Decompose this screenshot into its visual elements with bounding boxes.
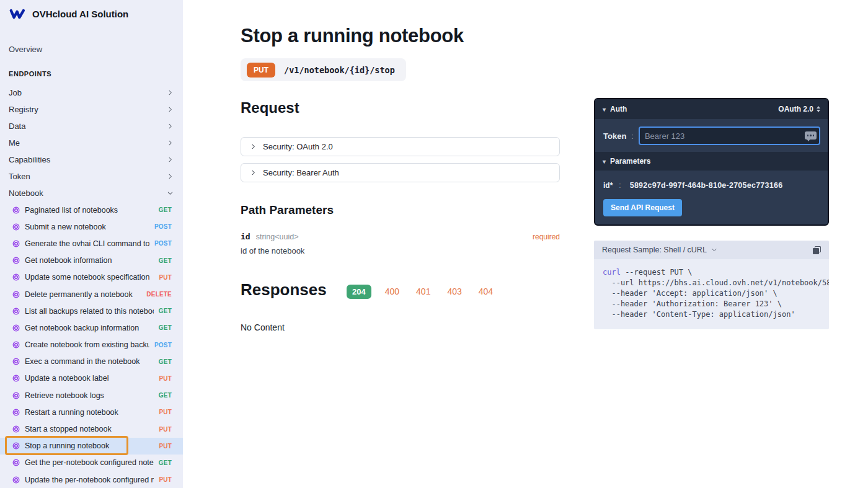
sidebar-endpoint-item[interactable]: Delete permanently a notebookDELETE (0, 286, 183, 303)
sidebar-endpoint-item[interactable]: Get notebook backup informationGET (0, 319, 183, 336)
endpoint-method-badge: GET (159, 257, 172, 264)
endpoint-method-badge: PUT (159, 375, 172, 382)
response-body-text: No Content (241, 322, 285, 332)
param-id-name: id* (603, 181, 613, 190)
sidebar-endpoint-item[interactable]: Get notebook informationGET (0, 252, 183, 269)
param-name: id (241, 232, 250, 241)
auth-scheme-select[interactable]: OAuth 2.0 (778, 105, 820, 113)
sidebar-endpoint-item[interactable]: List all backups related to this noteboo… (0, 303, 183, 319)
sidebar-endpoint-item[interactable]: Submit a new notebookPOST (0, 218, 183, 235)
code-line: --url https://bhs.ai.cloud.ovh.net/v1/no… (603, 278, 829, 288)
endpoint-item-label: Submit a new notebook (25, 223, 149, 231)
endpoint-method-badge: GET (159, 206, 172, 213)
security-label: Security: OAuth 2.0 (263, 142, 333, 151)
app-title: OVHcloud AI Solution (32, 9, 128, 19)
security-accordion[interactable]: Security: Bearer Auth (241, 163, 560, 182)
sidebar-group-token[interactable]: Token (0, 168, 183, 185)
copy-icon[interactable] (813, 246, 821, 254)
sidebar-item-overview[interactable]: Overview (9, 45, 42, 54)
endpoint-method-badge: POST (154, 240, 172, 247)
endpoint-icon (12, 459, 20, 466)
security-accordions: Security: OAuth 2.0Security: Bearer Auth (241, 137, 560, 189)
code-line: --header 'Content-Type: application/json… (603, 309, 829, 320)
endpoint-icon (12, 358, 20, 365)
endpoint-icon (12, 308, 20, 315)
request-sample-header[interactable]: Request Sample: Shell / cURL (594, 241, 829, 259)
endpoints-section-header: ENDPOINTS (9, 70, 51, 78)
sidebar-endpoint-item[interactable]: Restart a running notebookPUT (0, 404, 183, 420)
endpoint-icon (12, 409, 20, 416)
endpoint-icon (12, 425, 20, 433)
endpoint-method-badge: GET (159, 392, 172, 399)
caret-down-icon (603, 105, 610, 113)
endpoint-icon (12, 442, 20, 450)
sidebar-group-data[interactable]: Data (0, 118, 183, 135)
sidebar-endpoint-item[interactable]: Start a stopped notebookPUT (0, 420, 183, 437)
endpoint-icon (12, 223, 20, 231)
sidebar-endpoint-item[interactable]: Stop a running notebookPUT (0, 438, 183, 455)
status-tab-204[interactable]: 204 (347, 285, 371, 299)
page-title: Stop a running notebook (241, 25, 464, 47)
ovhcloud-logo-icon (9, 8, 26, 20)
group-label: Notebook (9, 189, 43, 198)
param-type: string<uuid> (256, 233, 299, 241)
endpoint-item-label: Delete permanently a notebook (25, 290, 141, 299)
status-tab-401[interactable]: 401 (413, 284, 433, 299)
sidebar-endpoint-item[interactable]: Exec a command in the notebookGET (0, 353, 183, 370)
endpoint-icon (12, 240, 20, 247)
sidebar-endpoint-item[interactable]: Create notebook from existing backupPOST (0, 337, 183, 353)
sidebar-group-notebook[interactable]: Notebook (0, 185, 183, 202)
send-api-request-button[interactable]: Send API Request (603, 199, 682, 216)
chevron-right-icon (167, 156, 174, 163)
status-tab-400[interactable]: 400 (382, 284, 402, 299)
parameters-section-header[interactable]: Parameters (595, 152, 828, 171)
auth-section-header[interactable]: Auth OAuth 2.0 (595, 99, 828, 119)
sidebar-endpoint-item[interactable]: Retrieve notebook logsGET (0, 387, 183, 404)
endpoint-item-label: Update a notebook label (25, 374, 154, 383)
comment-bubble-icon[interactable] (805, 131, 817, 140)
chevron-right-icon (167, 140, 174, 146)
auth-label: Auth (610, 105, 627, 113)
curl-code-block: curl --request PUT \ --url https://bhs.a… (594, 259, 829, 329)
param-description: id of the notebook (241, 246, 304, 255)
sidebar-endpoint-item[interactable]: Update some notebook specificationPUT (0, 269, 183, 286)
endpoint-pill: PUT /v1/notebook/{id}/stop (241, 58, 406, 81)
sidebar-endpoint-item[interactable]: Paginated list of notebooksGET (0, 202, 183, 218)
endpoint-icon (12, 341, 20, 348)
endpoint-method-badge: DELETE (146, 291, 172, 298)
chevron-down-icon (711, 247, 717, 253)
sidebar-endpoint-item[interactable]: Update a notebook labelPUT (0, 370, 183, 387)
endpoint-method-badge: PUT (159, 409, 172, 415)
sidebar-endpoint-item[interactable]: Update the per-notebook configured noteb… (0, 471, 183, 488)
endpoint-method-badge: GET (159, 459, 172, 466)
group-label: Capabilities (9, 155, 50, 164)
status-tab-404[interactable]: 404 (476, 284, 496, 299)
chevron-down-icon (167, 190, 174, 197)
endpoint-item-label: Update the per-notebook configured noteb… (25, 476, 154, 484)
sidebar-group-job[interactable]: Job (0, 84, 183, 101)
endpoint-method-badge: GET (159, 308, 172, 314)
try-it-panel: Auth OAuth 2.0 Token : Parameters id* : … (594, 98, 829, 226)
security-accordion[interactable]: Security: OAuth 2.0 (241, 137, 560, 156)
sidebar-endpoint-item[interactable]: Get the per-notebook configured notebook… (0, 455, 183, 471)
sidebar-endpoint-item[interactable]: Generate the ovhai CLI command to run th… (0, 235, 183, 252)
sidebar: OVHcloud AI Solution Overview ENDPOINTS … (0, 0, 183, 488)
response-status-tabs: 204400401403404 (347, 284, 496, 299)
sidebar-group-capabilities[interactable]: Capabilities (0, 151, 183, 168)
param-id-value[interactable]: 5892c97d-997f-464b-810e-2705ec773166 (630, 181, 783, 190)
chevron-right-icon (167, 123, 174, 130)
security-label: Security: Bearer Auth (263, 168, 339, 177)
code-line: curl --request PUT \ (603, 267, 829, 278)
responses-heading: Responses (241, 280, 327, 299)
status-tab-403[interactable]: 403 (444, 284, 464, 299)
sidebar-group-me[interactable]: Me (0, 135, 183, 151)
endpoint-method-badge: PUT (159, 426, 172, 433)
endpoint-item-label: Stop a running notebook (25, 441, 154, 450)
group-label: Job (9, 88, 22, 97)
chevron-right-icon (167, 173, 174, 180)
endpoint-method-badge: PUT (159, 476, 172, 483)
group-label: Registry (9, 105, 38, 114)
sidebar-group-registry[interactable]: Registry (0, 101, 183, 118)
param-row-id: id string<uuid> required (241, 232, 560, 241)
token-input[interactable] (639, 126, 820, 145)
